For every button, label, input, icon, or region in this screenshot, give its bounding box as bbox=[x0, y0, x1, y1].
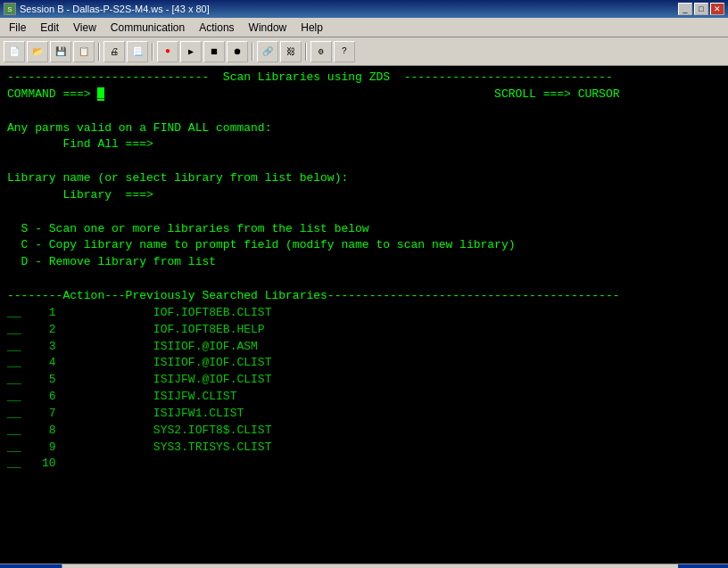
lib-row-8: __ 8 SYS2.IOFT8$.CLIST bbox=[7, 423, 721, 440]
menu-help[interactable]: Help bbox=[294, 18, 330, 37]
library-field-line: Library ===> bbox=[7, 187, 721, 204]
lib-row-9: __ 9 SYS3.TRISYS.CLIST bbox=[7, 440, 721, 457]
command-line: COMMAND ===> _ SCROLL ===> CURSOR bbox=[7, 86, 721, 103]
find-field-line: Find All ===> bbox=[7, 136, 721, 153]
toolbar-print2[interactable]: 📃 bbox=[127, 41, 148, 62]
toolbar-open[interactable]: 📂 bbox=[27, 41, 48, 62]
toolbar-sep-2 bbox=[152, 43, 153, 61]
toolbar-rec[interactable]: ● bbox=[157, 41, 178, 62]
close-button[interactable]: ✕ bbox=[710, 3, 724, 15]
menu-file[interactable]: File bbox=[2, 18, 33, 37]
title-bar: S Session B - Dallas-P-S2S-M4.ws - [43 x… bbox=[0, 0, 728, 18]
toolbar-sep-3 bbox=[252, 43, 253, 61]
status-ma: MA bbox=[0, 564, 27, 568]
status-page: 02/015 bbox=[678, 564, 728, 568]
lib-row-7: __ 7 ISIJFW1.CLIST bbox=[7, 406, 721, 423]
toolbar-print[interactable]: 🖨 bbox=[103, 41, 125, 62]
lib-row-4: __ 4 ISIIOF.@IOF.CLIST bbox=[7, 355, 721, 372]
toolbar-sep-1 bbox=[98, 43, 100, 61]
blank-line-4 bbox=[7, 271, 721, 288]
blank-line-3 bbox=[7, 204, 721, 221]
menu-communication[interactable]: Communication bbox=[103, 18, 192, 37]
toolbar-disconnect[interactable]: ⛓ bbox=[280, 41, 302, 62]
toolbar-new[interactable]: 📄 bbox=[4, 41, 25, 62]
divider-header-line: --------Action---Previously Searched Lib… bbox=[7, 288, 721, 305]
lib-row-6: __ 6 ISIJFW.CLIST bbox=[7, 389, 721, 406]
help-s-line: S - Scan one or more libraries from the … bbox=[7, 221, 721, 238]
find-label-line: Any parms valid on a FIND ALL command: bbox=[7, 120, 721, 137]
terminal-area[interactable]: ----------------------------- Scan Libra… bbox=[0, 66, 728, 564]
toolbar-help[interactable]: ? bbox=[334, 41, 355, 62]
toolbar-rec2[interactable]: ⏺ bbox=[227, 41, 248, 62]
blank-line-1 bbox=[7, 103, 721, 120]
menu-bar: File Edit View Communication Actions Win… bbox=[0, 18, 728, 37]
library-label-line: Library name (or select library from lis… bbox=[7, 170, 721, 187]
menu-window[interactable]: Window bbox=[242, 18, 294, 37]
help-c-line: C - Copy library name to prompt field (m… bbox=[7, 237, 721, 254]
toolbar-connect[interactable]: 🔗 bbox=[257, 41, 278, 62]
maximize-button[interactable]: □ bbox=[694, 3, 708, 15]
window-controls[interactable]: _ □ ✕ bbox=[678, 3, 724, 15]
toolbar-play[interactable]: ▶ bbox=[180, 41, 202, 62]
menu-view[interactable]: View bbox=[66, 18, 103, 37]
status-bar: MA B Connected to remote server/host 172… bbox=[0, 564, 728, 568]
app-icon: S bbox=[4, 3, 16, 15]
lib-row-3: __ 3 ISIIOF.@IOF.ASM bbox=[7, 339, 721, 356]
lib-row-10: __ 10 bbox=[7, 456, 721, 473]
minimize-button[interactable]: _ bbox=[678, 3, 692, 15]
menu-edit[interactable]: Edit bbox=[33, 18, 66, 37]
blank-line-2 bbox=[7, 153, 721, 170]
help-d-line: D - Remove library from list bbox=[7, 254, 721, 271]
status-tab[interactable]: B bbox=[27, 564, 62, 568]
menu-actions[interactable]: Actions bbox=[192, 18, 241, 37]
toolbar-save[interactable]: 💾 bbox=[50, 41, 71, 62]
scan-title-line: ----------------------------- Scan Libra… bbox=[7, 70, 721, 86]
toolbar-stop[interactable]: ⏹ bbox=[203, 41, 225, 62]
lib-row-5: __ 5 ISIJFW.@IOF.CLIST bbox=[7, 372, 721, 389]
toolbar-sep-4 bbox=[305, 43, 307, 61]
lib-row-2: __ 2 IOF.IOFT8EB.HELP bbox=[7, 322, 721, 339]
window-title: Session B - Dallas-P-S2S-M4.ws - [43 x 8… bbox=[20, 4, 210, 14]
toolbar-settings[interactable]: ⚙ bbox=[310, 41, 332, 62]
toolbar: 📄 📂 💾 📋 🖨 📃 ● ▶ ⏹ ⏺ 🔗 ⛓ ⚙ ? bbox=[0, 37, 728, 66]
toolbar-saveas[interactable]: 📋 bbox=[73, 41, 95, 62]
lib-row-1: __ 1 IOF.IOFT8EB.CLIST bbox=[7, 305, 721, 322]
